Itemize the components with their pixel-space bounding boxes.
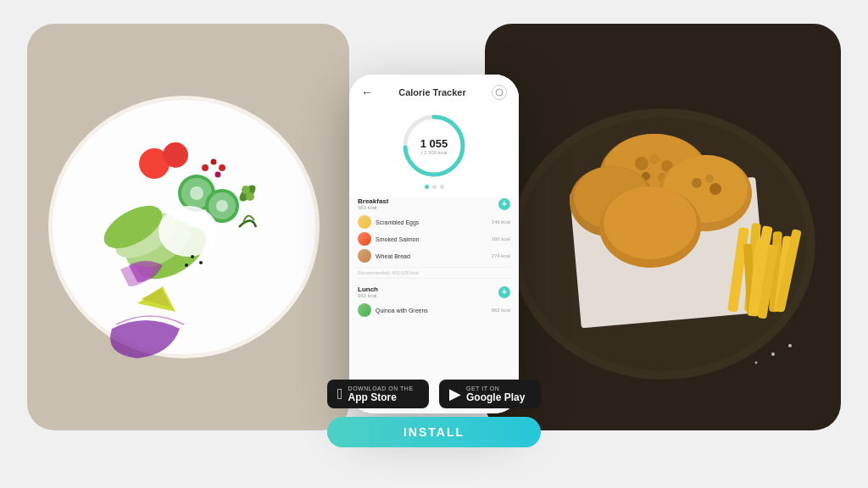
googleplay-sub: GET IT ON bbox=[466, 385, 525, 391]
svg-point-18 bbox=[215, 172, 221, 178]
left-food-image bbox=[27, 24, 349, 430]
svg-point-32 bbox=[635, 157, 648, 170]
svg-point-15 bbox=[202, 164, 209, 171]
svg-point-12 bbox=[216, 200, 228, 212]
food-item-quinoa: Quinoa with Greens 662 kcal bbox=[358, 302, 510, 319]
phone-mockup: ← Calorie Tracker bbox=[349, 75, 519, 413]
bread-kcal: 274 kcal bbox=[492, 253, 510, 258]
quinoa-kcal: 662 kcal bbox=[492, 308, 510, 313]
breakfast-title: Breakfast bbox=[358, 197, 388, 205]
svg-point-24 bbox=[199, 261, 203, 264]
svg-point-25 bbox=[185, 263, 188, 267]
breakfast-add-btn[interactable]: + bbox=[498, 198, 510, 210]
lunch-title: Lunch bbox=[358, 286, 378, 293]
quinoa-name: Quinoa with Greens bbox=[376, 308, 487, 313]
main-container: ← Calorie Tracker bbox=[27, 24, 841, 464]
svg-point-23 bbox=[191, 255, 194, 258]
google-play-icon: ▶ bbox=[449, 385, 461, 403]
svg-point-33 bbox=[649, 154, 659, 164]
dot-1 bbox=[425, 185, 429, 189]
breakfast-kcal: 583 kcal bbox=[358, 205, 388, 210]
svg-point-14 bbox=[163, 142, 188, 168]
svg-point-39 bbox=[692, 178, 702, 188]
salmon-kcal: 160 kcal bbox=[492, 236, 510, 241]
svg-point-21 bbox=[246, 192, 254, 201]
bread-name: Wheat Bread bbox=[376, 253, 487, 259]
lunch-add-btn[interactable]: + bbox=[498, 286, 510, 298]
svg-point-41 bbox=[709, 183, 721, 195]
eggs-kcal: 149 kcal bbox=[492, 219, 510, 225]
eggs-icon bbox=[358, 215, 371, 229]
svg-point-57 bbox=[788, 344, 792, 347]
calorie-total: / 2 200 kcal bbox=[420, 150, 448, 155]
breakfast-section: Breakfast 583 kcal + Scrambled Eggs 149 … bbox=[358, 197, 510, 279]
lunch-section: Lunch 662 kcal + Quinoa with Greens 662 … bbox=[358, 286, 510, 319]
food-item-bread: Wheat Bread 274 kcal bbox=[358, 247, 510, 264]
svg-point-55 bbox=[771, 352, 775, 356]
salmon-icon bbox=[358, 232, 371, 246]
appstore-button[interactable]:  Download on the App Store bbox=[327, 380, 429, 408]
svg-point-22 bbox=[159, 206, 218, 257]
food-item-salmon: Smoked Salmon 160 kcal bbox=[358, 230, 510, 247]
install-button[interactable]: INSTALL bbox=[327, 417, 541, 447]
right-food-image bbox=[485, 24, 841, 430]
store-buttons:  Download on the App Store ▶ GET IT ON … bbox=[327, 380, 541, 408]
svg-point-16 bbox=[211, 159, 217, 165]
food-item-eggs: Scrambled Eggs 149 kcal bbox=[358, 214, 510, 230]
dot-3 bbox=[440, 185, 444, 189]
calorie-number: 1 055 bbox=[420, 137, 448, 150]
recommended-text: Recommended: 400-535 kcal bbox=[358, 267, 510, 279]
lunch-kcal: 662 kcal bbox=[358, 293, 378, 298]
googleplay-button[interactable]: ▶ GET IT ON Google Play bbox=[439, 380, 541, 408]
svg-point-45 bbox=[604, 186, 697, 259]
appstore-sub: Download on the bbox=[348, 385, 414, 391]
calorie-circle: 1 055 / 2 200 kcal bbox=[400, 112, 468, 180]
svg-point-56 bbox=[755, 362, 758, 364]
back-arrow-icon[interactable]: ← bbox=[361, 86, 373, 99]
settings-icon[interactable] bbox=[492, 85, 507, 100]
eggs-name: Scrambled Eggs bbox=[376, 219, 487, 225]
salmon-name: Smoked Salmon bbox=[376, 236, 487, 242]
phone-title: Calorie Tracker bbox=[398, 87, 466, 97]
dot-2 bbox=[432, 185, 437, 189]
bread-icon bbox=[358, 249, 371, 263]
svg-point-58 bbox=[496, 89, 503, 96]
appstore-main: App Store bbox=[348, 391, 414, 403]
quinoa-icon bbox=[358, 303, 371, 317]
svg-point-17 bbox=[219, 164, 225, 171]
svg-point-40 bbox=[705, 175, 714, 183]
googleplay-main: Google Play bbox=[466, 391, 525, 403]
apple-icon:  bbox=[337, 385, 343, 403]
bottom-section:  Download on the App Store ▶ GET IT ON … bbox=[307, 380, 561, 447]
svg-point-9 bbox=[190, 186, 203, 200]
